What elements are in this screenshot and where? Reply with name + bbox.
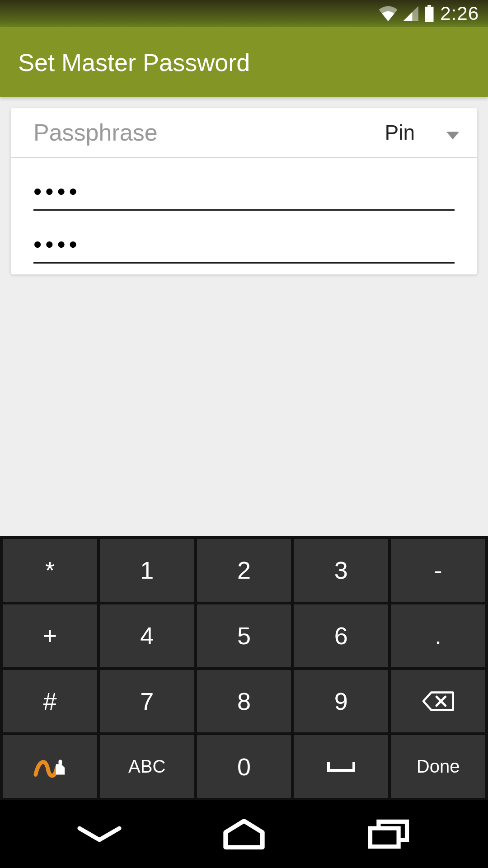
- key-backspace[interactable]: [391, 670, 485, 733]
- cellular-signal-icon: [403, 6, 418, 21]
- pin-field-2[interactable]: [33, 224, 455, 264]
- system-nav-bar: [0, 800, 488, 868]
- card-header: Passphrase Pin: [11, 108, 477, 158]
- nav-home-button[interactable]: [219, 818, 269, 850]
- chevron-down-icon: [75, 823, 124, 845]
- pin-field-1[interactable]: [33, 171, 455, 211]
- recent-apps-icon: [366, 818, 411, 850]
- type-dropdown[interactable]: Pin: [385, 120, 459, 145]
- key-done[interactable]: Done: [391, 735, 485, 798]
- app-bar: Set Master Password: [0, 27, 488, 97]
- status-bar: 2:26: [0, 0, 488, 27]
- content-area: Passphrase Pin: [0, 97, 488, 285]
- svg-rect-0: [427, 5, 431, 7]
- key-plus[interactable]: +: [3, 604, 97, 667]
- numeric-keyboard: * 1 2 3 - + 4 5 6 . # 7 8 9 ABC 0: [0, 536, 488, 801]
- home-icon: [221, 818, 267, 850]
- key-swype[interactable]: [3, 735, 97, 798]
- key-space[interactable]: [294, 735, 388, 798]
- chevron-down-icon: [446, 120, 459, 145]
- passphrase-label: Passphrase: [33, 119, 158, 146]
- svg-rect-2: [59, 760, 62, 765]
- key-hash[interactable]: #: [3, 670, 97, 733]
- key-minus[interactable]: -: [391, 539, 485, 602]
- key-8[interactable]: 8: [197, 670, 291, 733]
- key-0[interactable]: 0: [197, 735, 291, 798]
- key-3[interactable]: 3: [294, 539, 388, 602]
- battery-icon: [424, 5, 435, 22]
- space-icon: [327, 760, 356, 774]
- nav-back-button[interactable]: [75, 818, 124, 850]
- key-7[interactable]: 7: [100, 670, 194, 733]
- swype-icon: [32, 753, 67, 780]
- page-title: Set Master Password: [18, 48, 250, 76]
- key-star[interactable]: *: [3, 539, 97, 602]
- wifi-icon: [379, 6, 398, 21]
- status-clock: 2:26: [440, 3, 479, 24]
- key-9[interactable]: 9: [294, 670, 388, 733]
- svg-rect-1: [425, 7, 434, 22]
- password-card: Passphrase Pin: [11, 108, 477, 274]
- nav-recent-button[interactable]: [364, 818, 413, 850]
- key-5[interactable]: 5: [197, 604, 291, 667]
- key-abc[interactable]: ABC: [100, 735, 194, 798]
- key-4[interactable]: 4: [100, 604, 194, 667]
- key-dot[interactable]: .: [391, 604, 485, 667]
- key-6[interactable]: 6: [294, 604, 388, 667]
- key-1[interactable]: 1: [100, 539, 194, 602]
- dropdown-value: Pin: [385, 120, 415, 145]
- key-2[interactable]: 2: [197, 539, 291, 602]
- svg-rect-3: [370, 828, 399, 847]
- backspace-icon: [422, 690, 454, 712]
